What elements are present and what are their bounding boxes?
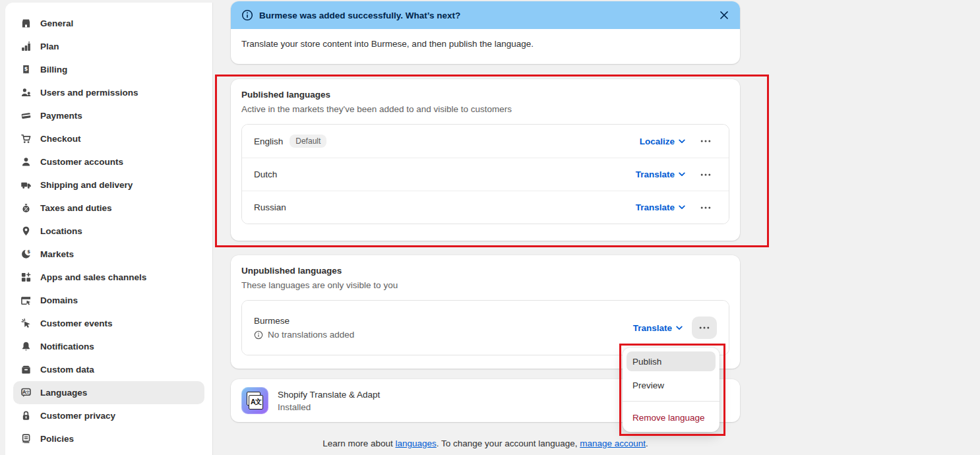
translate-app-icon: A文: [241, 387, 268, 414]
svg-text:$: $: [27, 249, 30, 255]
store-icon: [20, 18, 32, 30]
unpublished-languages-subtitle: These languages are only visible to you: [241, 280, 729, 290]
manage-account-link[interactable]: manage account: [580, 439, 646, 448]
languages-icon: A文: [20, 387, 32, 399]
row-menu-icon[interactable]: [694, 198, 717, 218]
info-banner-header: Burmese was added successfully. What’s n…: [231, 1, 740, 29]
domains-icon: [20, 295, 32, 307]
banner-title: Burmese was added successfully. What’s n…: [259, 11, 709, 20]
row-menu-icon[interactable]: [694, 165, 717, 185]
apps-icon: [20, 272, 32, 284]
menu-item-remove-language[interactable]: Remove language: [627, 408, 716, 427]
checkout-icon: [20, 133, 32, 145]
users-icon: [20, 87, 32, 99]
notifications-icon: [20, 341, 32, 353]
sidebar-item-label: Custom data: [40, 365, 94, 375]
sidebar-item-label: Policies: [40, 434, 74, 444]
language-row-burmese: Burmese No translations added Translate: [242, 301, 729, 355]
published-languages-title: Published languages: [241, 90, 729, 100]
lock-icon: [20, 410, 32, 422]
settings-sidebar: General Plan $ Billing Users and permiss…: [5, 3, 213, 455]
sidebar-item-label: Customer accounts: [40, 157, 123, 167]
sidebar-item-label: Markets: [40, 249, 74, 259]
sidebar-item-label: Users and permissions: [40, 88, 138, 98]
markets-icon: $: [20, 249, 32, 260]
policies-icon: [20, 433, 32, 445]
localize-dropdown-button[interactable]: Localize: [640, 136, 685, 146]
chevron-down-icon: [679, 172, 685, 177]
sidebar-item-label: Languages: [40, 388, 87, 398]
sidebar-item-payments[interactable]: Payments: [13, 104, 204, 127]
sidebar-item-label: Checkout: [40, 134, 81, 144]
sidebar-item-label: Shipping and delivery: [40, 180, 133, 190]
sidebar-item-plan[interactable]: Plan: [13, 35, 204, 58]
languages-link[interactable]: languages: [396, 439, 437, 448]
published-languages-card: Published languages Active in the market…: [231, 79, 740, 241]
sidebar-item-users-permissions[interactable]: Users and permissions: [13, 81, 204, 104]
no-translations-note: No translations added: [254, 330, 354, 340]
svg-text:文: 文: [25, 390, 30, 395]
shipping-icon: [20, 179, 32, 191]
app-title: Shopify Translate & Adapt: [278, 390, 380, 400]
sidebar-item-checkout[interactable]: Checkout: [13, 127, 204, 150]
sidebar-item-label: Plan: [40, 42, 59, 51]
sidebar-item-label: Billing: [40, 65, 67, 75]
row-menu-icon[interactable]: [692, 317, 717, 339]
language-context-menu: Publish Preview Remove language: [623, 348, 720, 432]
default-badge: Default: [290, 135, 326, 148]
close-icon[interactable]: [715, 6, 733, 24]
sidebar-item-billing[interactable]: $ Billing: [13, 58, 204, 81]
sidebar-item-domains[interactable]: Domains: [13, 289, 204, 312]
sidebar-item-policies[interactable]: Policies: [13, 427, 204, 450]
menu-item-publish[interactable]: Publish: [627, 351, 716, 371]
plan-icon: [20, 41, 32, 53]
sidebar-item-label: Customer privacy: [40, 411, 115, 421]
sidebar-item-label: Locations: [40, 226, 82, 236]
sidebar-item-label: Payments: [40, 111, 82, 121]
sidebar-item-shipping-delivery[interactable]: Shipping and delivery: [13, 173, 204, 197]
app-status: Installed: [278, 402, 380, 412]
sidebar-item-customer-privacy[interactable]: Customer privacy: [13, 404, 204, 427]
sidebar-item-label: Domains: [40, 295, 78, 305]
published-languages-subtitle: Active in the markets they've been added…: [241, 104, 729, 114]
chevron-down-icon: [679, 205, 685, 210]
banner-body-text: Translate your store content into Burmes…: [231, 29, 740, 59]
sidebar-item-customer-accounts[interactable]: Customer accounts: [13, 150, 204, 173]
unpublished-languages-title: Unpublished languages: [241, 266, 729, 276]
sidebar-item-label: General: [40, 18, 73, 28]
sidebar-item-customer-events[interactable]: Customer events: [13, 312, 204, 335]
chevron-down-icon: [676, 326, 683, 330]
language-name: Burmese: [254, 316, 354, 326]
svg-text:$: $: [24, 66, 28, 72]
info-banner: Burmese was added successfully. What’s n…: [231, 1, 740, 64]
customer-accounts-icon: [20, 156, 32, 168]
info-icon: [241, 9, 253, 21]
sidebar-item-general[interactable]: General: [13, 12, 204, 35]
language-row-english: English Default Localize: [242, 125, 729, 158]
sidebar-item-apps-sales-channels[interactable]: Apps and sales channels: [13, 266, 204, 289]
sidebar-item-notifications[interactable]: Notifications: [13, 335, 204, 358]
payments-icon: [20, 110, 32, 122]
sidebar-item-label: Notifications: [40, 342, 94, 351]
sidebar-item-markets[interactable]: $ Markets: [13, 243, 204, 266]
row-menu-icon[interactable]: [694, 131, 717, 151]
chevron-down-icon: [679, 139, 685, 144]
translate-dropdown-button[interactable]: Translate: [633, 323, 683, 333]
customer-events-icon: [20, 318, 32, 330]
sidebar-item-label: Apps and sales channels: [40, 272, 146, 282]
sidebar-item-languages[interactable]: A文 Languages: [13, 381, 204, 404]
menu-divider: [623, 401, 720, 402]
translate-dropdown-button[interactable]: Translate: [636, 169, 685, 179]
taxes-icon: [20, 202, 32, 214]
sidebar-item-taxes-duties[interactable]: Taxes and duties: [13, 197, 204, 220]
billing-icon: $: [20, 64, 32, 76]
language-name: Dutch: [254, 169, 277, 179]
menu-item-preview[interactable]: Preview: [627, 375, 716, 395]
language-row-dutch: Dutch Translate: [242, 158, 729, 191]
translate-dropdown-button[interactable]: Translate: [636, 202, 685, 212]
locations-icon: [20, 226, 32, 237]
published-languages-list: English Default Localize Dutch: [241, 124, 729, 224]
sidebar-item-custom-data[interactable]: Custom data: [13, 358, 204, 381]
sidebar-item-locations[interactable]: Locations: [13, 220, 204, 243]
language-name: English: [254, 136, 283, 146]
